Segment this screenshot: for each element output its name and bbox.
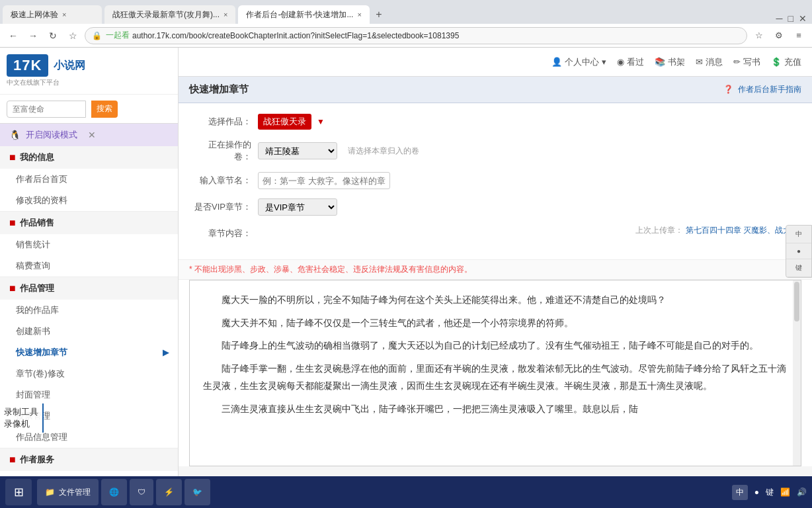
sidebar-item-author-home[interactable]: 作者后台首页	[0, 169, 178, 190]
nav-personal-center[interactable]: 👤 个人中心 ▾	[551, 56, 606, 68]
tab-1[interactable]: 极速上网体验 ×	[3, 5, 102, 24]
taskbar-dot: ●	[754, 487, 759, 497]
taskbar-zh[interactable]: 中	[732, 485, 748, 500]
browser-controls: ← → ↻ ☆ 🔒 一起看 author.17k.com/book/create…	[0, 24, 812, 48]
taskbar-app-uc[interactable]: 🌐	[101, 479, 127, 505]
taskbar-app-files[interactable]: 📁 文件管理	[37, 479, 99, 505]
editor-scrollbar[interactable]	[793, 280, 801, 466]
dot-icon-3: ■	[9, 282, 16, 294]
main-content: 👤 个人中心 ▾ ◉ 看过 📚 书架 ✉ 消息 ✏ 写书 💲	[179, 48, 812, 476]
sidebar-item-fee-query[interactable]: 稿费查询	[0, 255, 178, 276]
message-icon: ✉	[696, 57, 703, 67]
sidebar-item-edit-chapter[interactable]: 章节(卷)修改	[0, 363, 178, 384]
taskbar-apps: 📁 文件管理 🌐 🛡 ⚡ 🐦	[37, 479, 210, 505]
widget-item-dot[interactable]: ●	[786, 243, 811, 259]
search-input[interactable]	[7, 101, 86, 118]
address-bar[interactable]: 🔒 一起看 author.17k.com/book/createBookChap…	[85, 27, 747, 44]
volume-hint: 请选择本章归入的卷	[348, 146, 419, 157]
bookmark-button[interactable]: ☆	[751, 28, 767, 44]
vip-value: 是VIP章节	[258, 198, 337, 216]
warning-text: * 不能出现涉黑、步政、涉暴、危害社会稳定、违反法律法规及有害信息的内容。	[179, 259, 812, 279]
sidebar-item-create-book[interactable]: 创建新书	[0, 321, 178, 342]
top-right-nav: 👤 个人中心 ▾ ◉ 看过 📚 书架 ✉ 消息 ✏ 写书 💲	[179, 48, 812, 77]
dot-icon-4: ■	[9, 454, 16, 466]
sidebar-section-mgmt-label: 作品管理	[20, 282, 54, 294]
forward-button[interactable]: →	[25, 28, 41, 44]
nav-write[interactable]: ✏ 写书	[733, 56, 760, 68]
nav-recently-read[interactable]: ◉ 看过	[617, 56, 644, 68]
tab-3-close[interactable]: ×	[357, 11, 361, 19]
last-upload-label: 上次上传章：	[635, 226, 683, 235]
address-text: author.17k.com/book/createBookChapterIni…	[132, 31, 459, 40]
files-label: 文件管理	[59, 487, 91, 498]
nav-bookshelf[interactable]: 📚 书架	[655, 56, 685, 68]
maximize-btn[interactable]: □	[788, 13, 793, 24]
sidebar-section-myinfo-header: ■ 我的信息	[0, 146, 178, 169]
chapter-name-label: 输入章节名：	[192, 175, 251, 187]
sidebar-section-sales: ■ 作品销售 销售统计 稿费查询	[0, 212, 178, 277]
volume-label: 正在操作的卷：	[192, 139, 251, 163]
widget-item-key[interactable]: 键	[786, 259, 811, 277]
volume-value: 靖王陵墓 请选择本章归入的卷	[258, 142, 419, 159]
tab-1-label: 极速上网体验	[11, 9, 58, 21]
extensions-btn[interactable]: ⚙	[771, 28, 787, 44]
dot-icon: ■	[9, 151, 16, 163]
book-title-badge[interactable]: 战狂傲天录	[258, 114, 311, 130]
refresh-button[interactable]: ↻	[45, 28, 61, 44]
nav-recharge[interactable]: 💲 充值	[771, 56, 801, 68]
taskbar: ⊞ 📁 文件管理 🌐 🛡 ⚡ 🐦 中 ● 键 📶 🔊	[0, 476, 812, 508]
last-upload-area: 上次上传章： 第七百四十四章 灭魔影、战大天	[258, 225, 799, 236]
help-link[interactable]: ❓ 作者后台新手指南	[723, 84, 801, 95]
start-button[interactable]: ⊞	[5, 479, 32, 505]
volume-select[interactable]: 靖王陵墓	[258, 142, 337, 159]
nav-message[interactable]: ✉ 消息	[696, 56, 723, 68]
sidebar-item-add-chapter[interactable]: 快速增加章节 ▶	[0, 342, 178, 363]
home-button[interactable]: ☆	[65, 28, 81, 44]
widget-item-zh[interactable]: 中	[786, 226, 811, 243]
taskbar-app-pigeon[interactable]: 🐦	[184, 479, 210, 505]
menu-button[interactable]: ≡	[791, 28, 807, 44]
logo-subtitle: 中文在线旗下平台	[7, 78, 171, 87]
sidebar-item-my-books[interactable]: 我的作品库	[0, 300, 178, 321]
taskbar-key[interactable]: 键	[766, 487, 774, 498]
form-row-select-work: 选择作品： 战狂傲天录 ▼	[192, 114, 799, 130]
search-button[interactable]: 搜索	[91, 101, 118, 118]
reading-mode-close[interactable]: ✕	[88, 130, 96, 140]
sidebar-section-sales-label: 作品销售	[20, 217, 54, 229]
sidebar-section-myinfo: ■ 我的信息 作者后台首页 修改我的资料	[0, 146, 178, 212]
sidebar-item-cover-mgmt[interactable]: 封面管理	[0, 384, 178, 405]
tab-2-close[interactable]: ×	[223, 11, 227, 19]
tab-1-close[interactable]: ×	[62, 11, 66, 19]
taskbar-app-tencent[interactable]: 🛡	[130, 479, 153, 505]
vip-select[interactable]: 是VIP章节	[258, 198, 337, 216]
sidebar-item-edit-profile[interactable]: 修改我的资料	[0, 190, 178, 211]
minimize-btn[interactable]: ─	[776, 13, 783, 24]
taskbar-volume-icon: 🔊	[797, 487, 807, 497]
tools-line1: 录制工具	[4, 406, 38, 418]
sidebar-item-data-test[interactable]: 数据盒子测试版 New	[0, 471, 178, 476]
reading-mode-text: 开启阅读模式	[26, 129, 77, 141]
tab-2[interactable]: 战狂傲天录最新章节(攻月舞)... ×	[104, 5, 235, 24]
taskbar-network-icon: 📶	[780, 487, 790, 497]
content-p3: 陆子峰身上的生气波动的确相当微弱了，魔大天还以为自己的计划已经成功了。没有生气催…	[203, 337, 788, 355]
scrollbar-thumb	[794, 282, 799, 321]
chapter-content-area: 上次上传章： 第七百四十四章 灭魔影、战大天	[258, 225, 799, 239]
new-tab-button[interactable]: +	[370, 5, 388, 24]
tab-3[interactable]: 作者后台-创建新书-快速增加... ×	[238, 5, 369, 24]
taskbar-app-thunder[interactable]: ⚡	[156, 479, 182, 505]
back-button[interactable]: ←	[5, 28, 21, 44]
write-icon: ✏	[733, 57, 741, 67]
taskbar-right: 中 ● 键 📶 🔊	[732, 485, 807, 500]
warning-asterisk: *	[189, 265, 192, 274]
chapter-name-input[interactable]	[258, 172, 390, 189]
browser-chrome: 极速上网体验 × 战狂傲天录最新章节(攻月舞)... × 作者后台-创建新书-快…	[0, 0, 812, 48]
book-dropdown-icon[interactable]: ▼	[317, 117, 325, 126]
vip-label: 是否VIP章节：	[192, 201, 251, 213]
editor-content[interactable]: 魔大天一脸的不明所以，完全不知陆子峰为何在这个关头上还能笑得出来。他，难道还不清…	[190, 280, 801, 466]
sidebar-item-sales-stats[interactable]: 销售统计	[0, 234, 178, 255]
last-upload-link[interactable]: 第七百四十四章 灭魔影、战大天	[686, 226, 799, 235]
tab-3-label: 作者后台-创建新书-快速增加...	[246, 9, 353, 21]
close-btn[interactable]: ✕	[799, 13, 807, 24]
form-row-vip: 是否VIP章节： 是VIP章节	[192, 198, 799, 216]
sidebar-section-author-service-header: ■ 作者服务	[0, 448, 178, 471]
